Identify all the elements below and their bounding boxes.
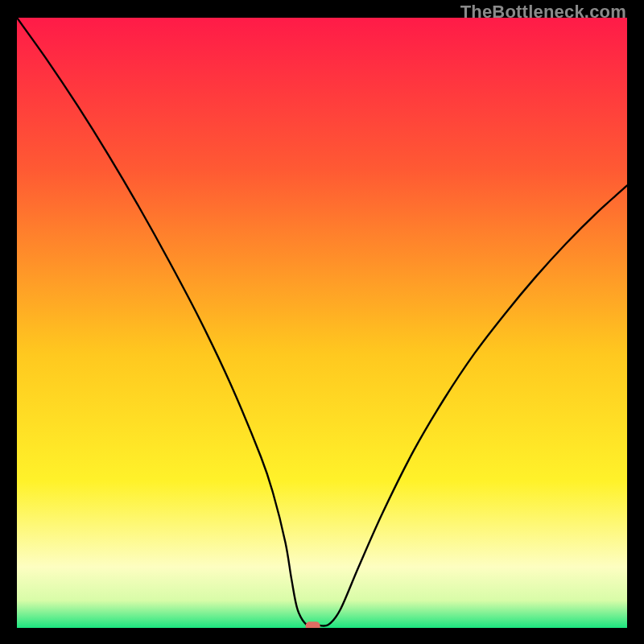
optimal-marker — [306, 621, 320, 628]
bottleneck-chart — [17, 18, 627, 628]
plot-area — [17, 18, 627, 628]
gradient-background — [17, 18, 627, 628]
chart-frame: TheBottleneck.com — [0, 0, 644, 644]
